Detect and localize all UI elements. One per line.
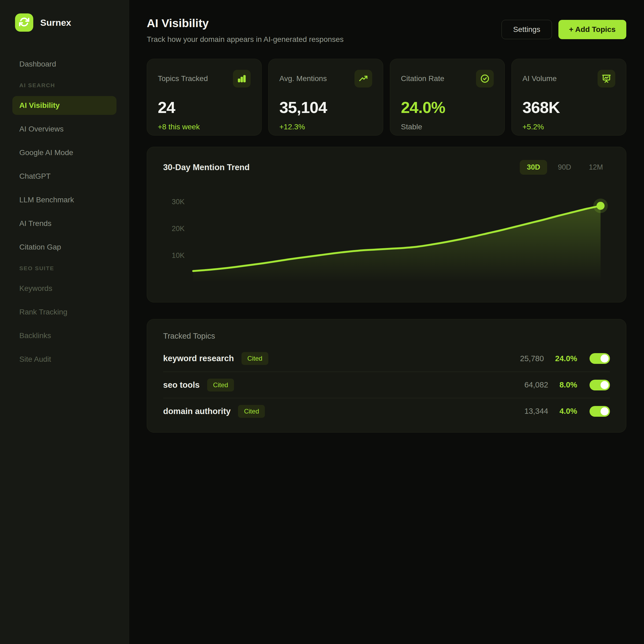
stats-row: Topics Tracked 24 +8 this week Avg. Ment… — [147, 59, 626, 136]
stat-delta: +5.2% — [522, 123, 615, 131]
range-30d-button[interactable]: 30D — [520, 160, 547, 175]
tracked-topics-title: Tracked Topics — [163, 332, 610, 341]
stat-card-ai-volume: AI Volume 368K +5.2% — [511, 59, 626, 136]
header-actions: Settings + Add Topics — [502, 20, 626, 39]
sidebar-item-ai-visibility[interactable]: AI Visibility — [12, 96, 116, 115]
mention-trend-card: 30-Day Mention Trend 30D 90D 12M 10K20K3… — [147, 147, 626, 302]
table-row: domain authority Cited 13,344 4.0% — [163, 398, 610, 424]
trending-up-icon — [354, 70, 372, 87]
add-topics-button[interactable]: + Add Topics — [558, 20, 626, 39]
topic-rate: 24.0% — [555, 354, 577, 363]
toggle-knob — [601, 407, 609, 415]
sidebar: Surnex Dashboard AI SEARCH AI Visibility… — [0, 0, 129, 644]
toggle-knob — [601, 354, 609, 363]
sidebar-item-chatgpt[interactable]: ChatGPT — [12, 167, 116, 186]
page-header: AI Visibility Track how your domain appe… — [147, 17, 626, 44]
range-90d-button[interactable]: 90D — [551, 160, 578, 175]
topic-rate: 4.0% — [559, 407, 577, 416]
stat-value: 24 — [158, 98, 251, 117]
sidebar-item-google-ai-mode[interactable]: Google AI Mode — [12, 143, 116, 162]
stat-label: Citation Rate — [401, 74, 444, 83]
y-axis-tick-label: 30K — [172, 198, 185, 206]
topic-name: keyword research — [163, 354, 234, 363]
stat-delta: +8 this week — [158, 123, 251, 131]
cited-badge: Cited — [207, 379, 234, 391]
topic-mentions: 13,344 — [524, 407, 548, 416]
check-circle-icon — [476, 70, 494, 87]
topic-rate: 8.0% — [559, 380, 577, 389]
tracked-topics-list: keyword research Cited 25,780 24.0% seo … — [163, 345, 610, 424]
logo-row: Surnex — [0, 0, 129, 32]
topic-toggle[interactable] — [590, 353, 610, 364]
stat-label: Topics Tracked — [158, 74, 208, 83]
range-selector: 30D 90D 12M — [520, 160, 610, 175]
sidebar-item-site-audit[interactable]: Site Audit — [12, 350, 116, 369]
trend-area — [193, 206, 601, 282]
sidebar-item-citation-gap[interactable]: Citation Gap — [12, 238, 116, 257]
sidebar-item-ai-overviews[interactable]: AI Overviews — [12, 120, 116, 138]
app-name: Surnex — [40, 17, 71, 28]
table-row: keyword research Cited 25,780 24.0% — [163, 345, 610, 372]
trend-endpoint-dot — [597, 202, 605, 210]
toggle-knob — [601, 381, 609, 389]
stat-card-citation-rate: Citation Rate 24.0% Stable — [390, 59, 505, 136]
stat-delta: +12.3% — [279, 123, 372, 131]
topic-name: seo tools — [163, 380, 200, 390]
stat-delta: Stable — [401, 123, 494, 131]
settings-button[interactable]: Settings — [502, 20, 552, 39]
sidebar-item-rank-tracking[interactable]: Rank Tracking — [12, 303, 116, 321]
stat-label: AI Volume — [522, 74, 557, 83]
stat-card-topics-tracked: Topics Tracked 24 +8 this week — [147, 59, 262, 136]
refresh-arrows-icon — [19, 17, 30, 28]
surnex-logo — [15, 13, 33, 32]
page-title: AI Visibility — [147, 17, 344, 30]
sidebar-item-ai-trends[interactable]: AI Trends — [12, 214, 116, 233]
sidebar-section-seo-suite: SEO SUITE — [12, 261, 116, 275]
stat-card-avg-mentions: Avg. Mentions 35,104 +12.3% — [268, 59, 383, 136]
sidebar-item-keywords[interactable]: Keywords — [12, 279, 116, 298]
topic-mentions: 25,780 — [520, 354, 544, 363]
topic-toggle[interactable] — [590, 406, 610, 417]
cited-badge: Cited — [241, 352, 268, 365]
page-subtitle: Track how your domain appears in AI-gene… — [147, 35, 344, 44]
stat-value: 35,104 — [279, 98, 372, 117]
bar-chart-icon — [233, 70, 251, 87]
stat-value: 24.0% — [401, 98, 494, 117]
sidebar-section-ai-search: AI SEARCH — [12, 78, 116, 92]
topic-toggle[interactable] — [590, 380, 610, 390]
trend-title: 30-Day Mention Trend — [163, 163, 250, 172]
main-content: AI Visibility Track how your domain appe… — [129, 0, 644, 644]
cited-badge: Cited — [238, 405, 265, 418]
stat-value: 368K — [522, 98, 615, 117]
side-nav: Dashboard AI SEARCH AI Visibility AI Ove… — [0, 55, 129, 369]
range-12m-button[interactable]: 12M — [582, 160, 610, 175]
topic-name: domain authority — [163, 407, 230, 416]
tracked-topics-card: Tracked Topics keyword research Cited 25… — [147, 319, 626, 433]
table-row: seo tools Cited 64,082 8.0% — [163, 372, 610, 398]
mention-trend-chart: 10K20K30K — [163, 182, 610, 289]
y-axis-tick-label: 20K — [172, 225, 185, 233]
topic-mentions: 64,082 — [524, 380, 548, 389]
sidebar-item-backlinks[interactable]: Backlinks — [12, 326, 116, 345]
presentation-chart-icon — [598, 70, 615, 87]
sidebar-item-llm-benchmark[interactable]: LLM Benchmark — [12, 191, 116, 209]
stat-label: Avg. Mentions — [279, 74, 327, 83]
sidebar-item-dashboard[interactable]: Dashboard — [12, 55, 116, 74]
y-axis-tick-label: 10K — [172, 251, 185, 259]
